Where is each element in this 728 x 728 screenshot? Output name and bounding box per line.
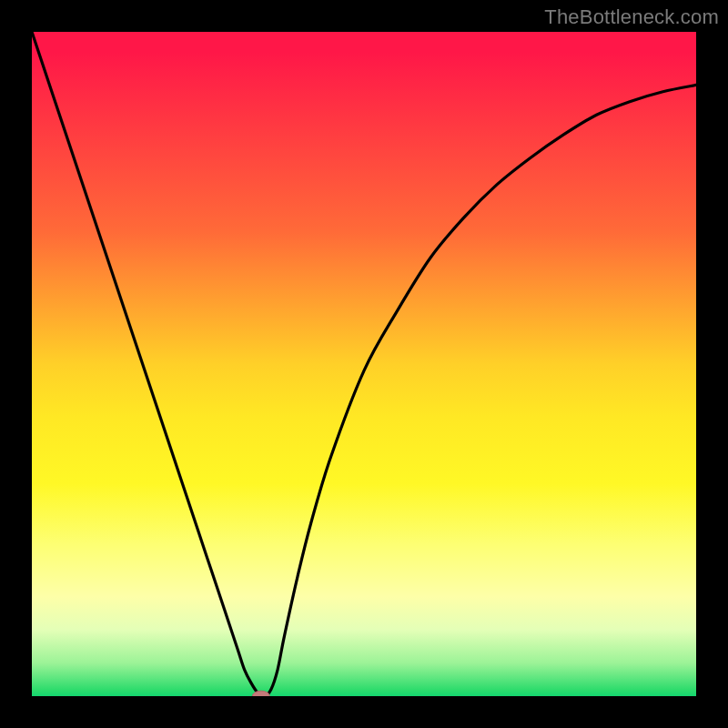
plot-area xyxy=(32,32,696,696)
watermark-label: TheBottleneck.com xyxy=(544,5,719,29)
chart-svg xyxy=(32,32,696,696)
chart-frame: TheBottleneck.com xyxy=(0,0,728,728)
curve-path xyxy=(32,32,696,696)
bottleneck-curve xyxy=(32,32,696,696)
